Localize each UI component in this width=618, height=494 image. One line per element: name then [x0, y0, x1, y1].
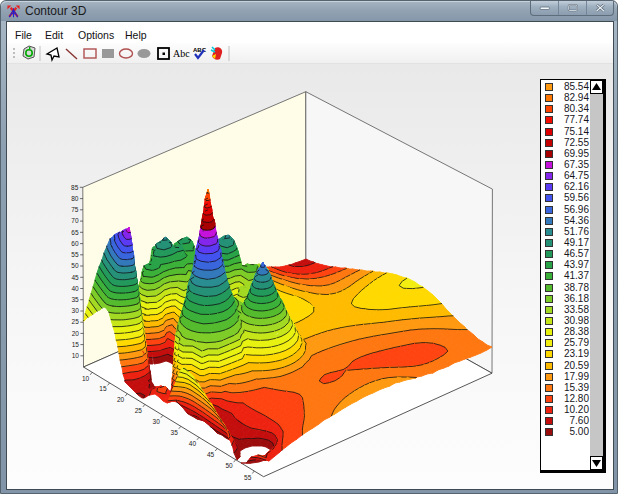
svg-text:35: 35 [171, 429, 179, 436]
svg-text:40: 40 [189, 440, 197, 447]
svg-text:45: 45 [207, 451, 215, 458]
svg-text:25: 25 [72, 318, 80, 325]
svg-text:55: 55 [71, 251, 79, 258]
svg-text:15: 15 [72, 341, 80, 348]
svg-text:75: 75 [71, 206, 79, 213]
svg-text:85: 85 [71, 184, 79, 191]
svg-text:40: 40 [71, 285, 79, 292]
svg-text:65: 65 [71, 229, 79, 236]
svg-text:45: 45 [71, 274, 79, 281]
svg-text:30: 30 [153, 418, 161, 425]
svg-text:30: 30 [72, 307, 80, 314]
svg-text:20: 20 [72, 330, 80, 337]
svg-text:15: 15 [99, 385, 107, 392]
svg-text:25: 25 [135, 407, 143, 414]
svg-text:55: 55 [244, 474, 252, 481]
svg-text:Abc: Abc [173, 48, 190, 59]
svg-text:50: 50 [225, 462, 233, 469]
svg-text:35: 35 [71, 296, 79, 303]
svg-text:10: 10 [82, 375, 90, 382]
svg-text:60: 60 [71, 240, 79, 247]
svg-text:70: 70 [71, 217, 79, 224]
svg-text:ABC: ABC [193, 47, 207, 53]
svg-text:80: 80 [71, 195, 79, 202]
svg-text:20: 20 [117, 396, 125, 403]
svg-text:50: 50 [71, 262, 79, 269]
svg-text:10: 10 [72, 352, 80, 359]
